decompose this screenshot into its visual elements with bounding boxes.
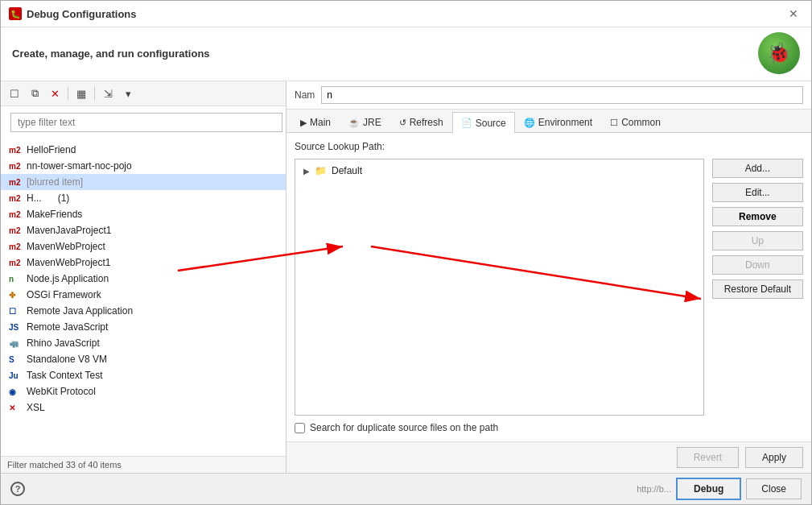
tab-jre[interactable]: ☕ JRE — [340, 112, 390, 132]
environment-tab-icon: 🌐 — [524, 118, 535, 128]
footer-bar: ? http://b... Debug Close — [1, 473, 811, 504]
filter-area — [1, 106, 286, 139]
item-label: XSL — [27, 402, 45, 413]
list-item[interactable]: 🦏 Rhino JavaScript — [1, 335, 286, 351]
tab-jre-label: JRE — [363, 117, 381, 128]
dropdown-button[interactable]: ▾ — [119, 85, 137, 102]
list-item[interactable]: m2 MavenWebProject1 — [1, 255, 286, 271]
item-label: Remote Java Application — [27, 305, 133, 317]
down-button[interactable]: Down — [712, 255, 803, 275]
tab-main[interactable]: ▶ Main — [291, 112, 340, 132]
delete-config-button[interactable]: ✕ — [46, 85, 64, 102]
item-label: Standalone V8 VM — [27, 354, 107, 365]
tab-source[interactable]: 📄 Source — [452, 112, 515, 133]
restore-default-button[interactable]: Restore Default — [712, 279, 803, 299]
checkbox-row: Search for duplicate source files on the… — [295, 422, 704, 433]
list-item[interactable]: m2 HelloFriend — [1, 142, 286, 158]
copy-config-button[interactable]: ⧉ — [26, 85, 43, 102]
source-tree-container: ▶ 📁 Default Search for duplicate source … — [295, 159, 704, 433]
tree-list: m2 HelloFriend m2 nn-tower-smart-noc-poj… — [1, 139, 286, 456]
filter-input[interactable] — [10, 113, 282, 132]
tab-environment-label: Environment — [538, 117, 592, 128]
title-bar: 🐛 Debug Configurations ✕ — [1, 1, 811, 27]
source-area-wrapper: ▶ 📁 Default Search for duplicate source … — [295, 159, 803, 433]
duplicate-source-checkbox[interactable] — [295, 423, 305, 433]
bug-icon: 🐞 — [758, 32, 800, 74]
item-badge: Ju — [9, 371, 22, 380]
apply-button[interactable]: Apply — [745, 447, 803, 468]
debug-button[interactable]: Debug — [676, 478, 741, 500]
list-item[interactable]: ☐ Remote Java Application — [1, 303, 286, 319]
item-badge: m2 — [9, 259, 22, 267]
list-item[interactable]: m2 H... (1) — [1, 190, 286, 206]
list-item[interactable]: n Node.js Application — [1, 271, 286, 287]
footer-left: ? — [10, 482, 25, 496]
name-label: Nam — [295, 89, 315, 101]
item-badge: m2 — [9, 226, 22, 235]
list-item[interactable]: Ju Task Context Test — [1, 367, 286, 383]
item-badge: ◉ — [9, 387, 22, 396]
footer-close-button[interactable]: Close — [746, 478, 802, 499]
tab-common[interactable]: ☐ Common — [601, 112, 670, 132]
item-label: Task Context Test — [27, 370, 103, 381]
item-label: MavenWebProject1 — [27, 257, 111, 268]
tab-source-label: Source — [476, 118, 506, 129]
checkbox-label: Search for duplicate source files on the… — [310, 422, 498, 433]
item-badge: JS — [9, 323, 22, 332]
tab-common-label: Common — [621, 117, 661, 128]
common-tab-icon: ☐ — [610, 118, 618, 128]
list-item[interactable]: ◉ WebKit Protocol — [1, 383, 286, 399]
list-item[interactable]: m2 MavenWebProject — [1, 238, 286, 255]
item-badge: m2 — [9, 146, 22, 155]
folder-icon: 📁 — [315, 165, 327, 176]
list-item[interactable]: ✤ OSGi Framework — [1, 287, 286, 303]
tabs: ▶ Main ☕ JRE ↺ Refresh 📄 Source 🌐 En — [286, 110, 811, 133]
tab-refresh[interactable]: ↺ Refresh — [390, 112, 452, 132]
source-item-label: Default — [332, 165, 362, 176]
edit-button[interactable]: Edit... — [712, 183, 803, 202]
item-label: Rhino JavaScript — [27, 337, 100, 349]
footer-url: http://b... — [637, 484, 671, 494]
window-title: Debug Configurations — [27, 8, 137, 20]
item-badge: m2 — [9, 178, 22, 187]
window-close-button[interactable]: ✕ — [784, 6, 803, 22]
item-badge: ☐ — [9, 307, 22, 316]
footer-right: http://b... Debug Close — [637, 478, 802, 500]
expand-arrow-icon: ▶ — [303, 167, 310, 176]
list-item[interactable]: m2 nn-tower-smart-noc-pojo — [1, 158, 286, 174]
item-label: OSGi Framework — [27, 289, 101, 300]
tab-refresh-label: Refresh — [410, 117, 443, 128]
item-label: [blurred item] — [27, 176, 83, 188]
list-item[interactable]: m2 [blurred item] — [1, 174, 286, 190]
list-item[interactable]: m2 MakeFriends — [1, 206, 286, 222]
title-bar-left: 🐛 Debug Configurations — [9, 7, 137, 20]
source-tree-item-default[interactable]: ▶ 📁 Default — [299, 163, 700, 179]
name-row: Nam — [286, 81, 811, 110]
tab-environment[interactable]: 🌐 Environment — [515, 112, 601, 132]
item-badge: m2 — [9, 242, 22, 251]
action-buttons: Add... Edit... Remove Up Down Restore De… — [704, 159, 803, 433]
main-tab-icon: ▶ — [300, 118, 307, 128]
item-label: HelloFriend — [27, 144, 76, 155]
source-tree-area: ▶ 📁 Default — [295, 159, 704, 416]
item-label: MavenWebProject — [27, 241, 105, 252]
list-item[interactable]: ✕ XSL — [1, 399, 286, 416]
toolbar: ☐ ⧉ ✕ ▦ ⇲ ▾ — [1, 81, 286, 106]
list-item[interactable]: JS Remote JavaScript — [1, 319, 286, 335]
list-item[interactable]: S Standalone V8 VM — [1, 351, 286, 367]
remove-button[interactable]: Remove — [712, 207, 803, 226]
main-content: ☐ ⧉ ✕ ▦ ⇲ ▾ m2 HelloFriend m2 — [1, 81, 811, 473]
source-tab-content: Source Lookup Path: ▶ 📁 Default — [286, 133, 811, 441]
up-button[interactable]: Up — [712, 231, 803, 250]
item-badge: ✕ — [9, 404, 22, 412]
help-icon[interactable]: ? — [10, 482, 25, 496]
add-button[interactable]: Add... — [712, 159, 803, 178]
item-label: nn-tower-smart-noc-pojo — [27, 160, 132, 172]
name-input[interactable] — [321, 86, 803, 104]
new-config-button[interactable]: ☐ — [6, 85, 23, 102]
filter-button[interactable]: ▦ — [72, 85, 90, 102]
collapse-button[interactable]: ⇲ — [99, 85, 117, 102]
item-badge: S — [9, 355, 22, 364]
revert-button[interactable]: Revert — [677, 447, 739, 468]
list-item[interactable]: m2 MavenJavaProject1 — [1, 222, 286, 238]
